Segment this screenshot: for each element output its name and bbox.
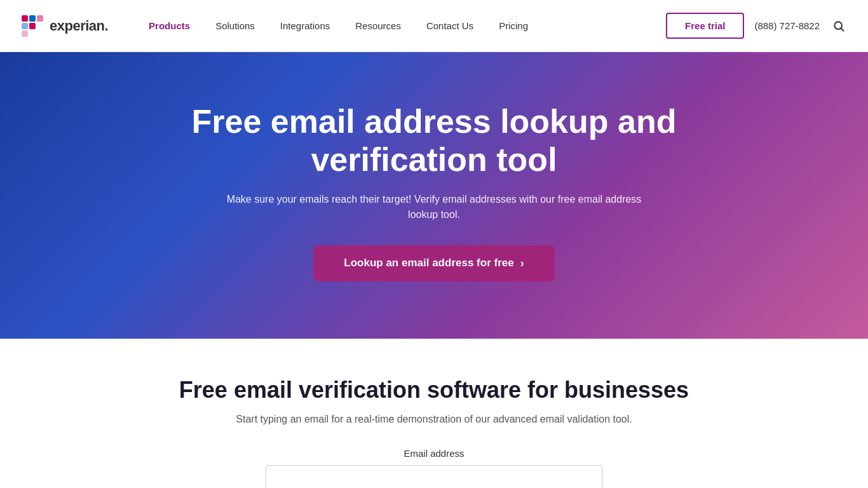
hero-cta-button[interactable]: Lookup an email address for free ›	[313, 245, 554, 281]
nav-products[interactable]: Products	[139, 15, 200, 36]
section-subtitle: Start typing an email for a real-time de…	[25, 414, 843, 425]
hero-title: Free email address lookup and verificati…	[148, 103, 720, 179]
nav-contact-us[interactable]: Contact Us	[416, 15, 484, 36]
section-title: Free email verification software for bus…	[25, 377, 843, 403]
nav-integrations[interactable]: Integrations	[270, 15, 340, 36]
free-trial-button[interactable]: Free trial	[666, 13, 744, 39]
main-section: Free email verification software for bus…	[0, 339, 868, 488]
nav-pricing[interactable]: Pricing	[489, 15, 538, 36]
email-label: Email address	[25, 448, 843, 459]
nav-links: Products Solutions Integrations Resource…	[139, 15, 666, 36]
svg-rect-1	[29, 15, 36, 22]
nav-resources[interactable]: Resources	[345, 15, 411, 36]
hero-cta-label: Lookup an email address for free	[344, 257, 513, 269]
svg-rect-5	[22, 30, 28, 37]
email-input-wrapper	[25, 465, 843, 488]
search-button[interactable]	[830, 17, 848, 35]
svg-rect-0	[22, 15, 28, 22]
nav-solutions[interactable]: Solutions	[205, 15, 265, 36]
hero-subtitle: Make sure your emails reach their target…	[218, 192, 650, 222]
navbar-right: Free trial (888) 727-8822	[666, 13, 848, 39]
email-input[interactable]	[266, 465, 602, 488]
chevron-right-icon: ›	[520, 257, 524, 270]
svg-line-7	[841, 28, 844, 30]
experian-logo-icon	[20, 14, 44, 38]
svg-rect-4	[29, 23, 36, 29]
phone-number: (888) 727-8822	[754, 20, 820, 31]
logo-text: experian.	[50, 18, 108, 34]
navbar: experian. Products Solutions Integration…	[0, 0, 868, 52]
search-icon	[832, 20, 845, 32]
hero-section: Free email address lookup and verificati…	[0, 52, 868, 339]
logo-link[interactable]: experian.	[20, 14, 108, 38]
svg-rect-3	[22, 23, 28, 29]
svg-rect-2	[37, 15, 43, 22]
